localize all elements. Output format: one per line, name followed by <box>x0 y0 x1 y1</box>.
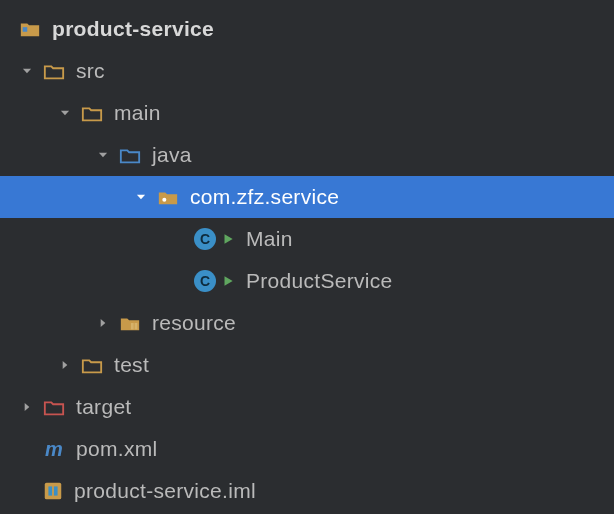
class-label: Main <box>246 227 293 251</box>
excluded-folder-icon <box>42 395 66 419</box>
tree-row-target[interactable]: target <box>0 386 614 428</box>
folder-icon <box>80 353 104 377</box>
expand-arrow-icon[interactable] <box>94 146 112 164</box>
tree-row-pom[interactable]: m pom.xml <box>0 428 614 470</box>
svg-point-1 <box>162 198 166 202</box>
folder-label: test <box>114 353 149 377</box>
expand-arrow-icon[interactable] <box>132 188 150 206</box>
tree-row-iml[interactable]: product-service.iml <box>0 470 614 512</box>
package-label: com.zfz.service <box>190 185 339 209</box>
iml-icon <box>42 480 64 502</box>
class-label: ProductService <box>246 269 393 293</box>
tree-row-class-main[interactable]: C Main <box>0 218 614 260</box>
source-folder-icon <box>118 143 142 167</box>
svg-rect-2 <box>131 323 134 329</box>
svg-rect-6 <box>54 486 58 495</box>
tree-row-package[interactable]: com.zfz.service <box>0 176 614 218</box>
class-icon: C <box>194 270 236 292</box>
folder-label: java <box>152 143 192 167</box>
svg-rect-0 <box>23 27 28 32</box>
file-label: pom.xml <box>76 437 157 461</box>
module-folder-icon <box>18 17 42 41</box>
tree-row-test[interactable]: test <box>0 344 614 386</box>
tree-row-java[interactable]: java <box>0 134 614 176</box>
svg-rect-3 <box>135 323 138 329</box>
tree-row-resource[interactable]: resource <box>0 302 614 344</box>
tree-row-class-productservice[interactable]: C ProductService <box>0 260 614 302</box>
collapse-arrow-icon[interactable] <box>18 398 36 416</box>
maven-icon: m <box>42 437 66 461</box>
runnable-icon <box>220 273 236 289</box>
svg-rect-4 <box>45 483 62 500</box>
expand-arrow-icon[interactable] <box>18 62 36 80</box>
folder-icon <box>42 59 66 83</box>
expand-arrow-icon[interactable] <box>56 104 74 122</box>
resource-folder-icon <box>118 311 142 335</box>
folder-label: main <box>114 101 161 125</box>
folder-label: resource <box>152 311 236 335</box>
folder-label: target <box>76 395 132 419</box>
tree-row-project-root[interactable]: product-service <box>0 8 614 50</box>
collapse-arrow-icon[interactable] <box>56 356 74 374</box>
svg-rect-5 <box>48 486 52 495</box>
tree-row-main[interactable]: main <box>0 92 614 134</box>
folder-icon <box>80 101 104 125</box>
package-icon <box>156 185 180 209</box>
runnable-icon <box>220 231 236 247</box>
folder-label: src <box>76 59 105 83</box>
class-icon: C <box>194 228 236 250</box>
file-label: product-service.iml <box>74 479 256 503</box>
tree-row-src[interactable]: src <box>0 50 614 92</box>
collapse-arrow-icon[interactable] <box>94 314 112 332</box>
project-root-label: product-service <box>52 17 214 41</box>
